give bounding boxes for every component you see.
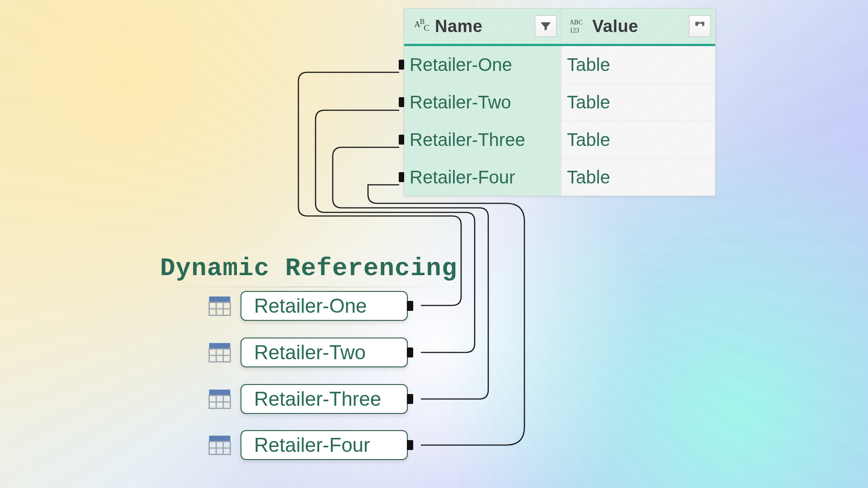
filter-button[interactable]: [535, 15, 557, 37]
row-input-port: [399, 97, 404, 107]
table-icon: [208, 341, 231, 364]
cell-name-text: Retailer-Three: [410, 130, 525, 150]
expand-button[interactable]: [689, 15, 711, 37]
query-label: Retailer-Four: [254, 434, 370, 456]
any-type-icon: ABC 123: [566, 17, 592, 35]
table-row[interactable]: Retailer-Four Table: [404, 159, 715, 196]
column-header-name[interactable]: A B C Name: [404, 9, 561, 44]
cell-name-text: Retailer-One: [410, 55, 512, 75]
svg-text:ABC: ABC: [570, 19, 583, 26]
cell-name: Retailer-Two: [404, 84, 561, 121]
cell-value[interactable]: Table: [561, 159, 715, 196]
table-row[interactable]: Retailer-One Table: [404, 46, 715, 84]
cell-name: Retailer-Four: [404, 159, 561, 196]
query-label: Retailer-One: [254, 295, 367, 317]
table-header-row: A B C Name: [404, 9, 715, 46]
cell-name: Retailer-One: [404, 46, 561, 83]
table-row[interactable]: Retailer-Three Table: [404, 121, 715, 159]
column-header-value[interactable]: ABC 123 Value: [561, 9, 715, 44]
query-pill[interactable]: Retailer-Four: [241, 430, 408, 460]
query-output-port: [407, 301, 413, 311]
cell-value[interactable]: Table: [561, 84, 715, 121]
power-query-table: A B C Name: [404, 8, 716, 196]
svg-rect-17: [209, 389, 231, 395]
column-name-label: Name: [435, 17, 533, 36]
table-icon: [208, 387, 231, 411]
filter-icon: [540, 20, 552, 32]
row-input-port: [399, 60, 404, 70]
cell-name: Retailer-Three: [404, 121, 561, 158]
query-item[interactable]: Retailer-Two: [208, 338, 408, 367]
query-pill[interactable]: Retailer-Three: [241, 384, 408, 414]
expand-icon: [694, 20, 706, 32]
svg-marker-4: [547, 27, 551, 30]
query-output-port: [407, 347, 413, 357]
query-label: Retailer-Three: [254, 388, 381, 410]
table-row[interactable]: Retailer-Two Table: [404, 84, 715, 121]
query-item[interactable]: Retailer-Three: [208, 384, 408, 414]
query-output-port: [407, 394, 413, 404]
query-pill[interactable]: Retailer-One: [241, 291, 408, 321]
query-item[interactable]: Retailer-One: [208, 291, 408, 321]
svg-text:123: 123: [570, 27, 579, 34]
svg-rect-7: [209, 296, 231, 302]
query-label: Retailer-Two: [254, 341, 366, 364]
query-pill[interactable]: Retailer-Two: [241, 338, 408, 367]
svg-text:C: C: [424, 23, 429, 33]
svg-rect-22: [209, 436, 231, 441]
table-body: Retailer-One Table Retailer-Two Table Re…: [404, 46, 715, 196]
cell-name-text: Retailer-Four: [410, 167, 515, 188]
query-item[interactable]: Retailer-Four: [208, 430, 408, 460]
row-input-port: [399, 172, 404, 182]
cell-name-text: Retailer-Two: [410, 92, 511, 113]
row-input-port: [399, 135, 404, 145]
table-icon: [208, 433, 231, 457]
diagram-title: Dynamic Referencing: [157, 253, 460, 284]
svg-rect-12: [209, 343, 231, 349]
cell-value[interactable]: Table: [561, 121, 715, 158]
cell-value[interactable]: Table: [561, 46, 715, 83]
text-type-icon: A B C: [409, 17, 435, 36]
table-icon: [208, 294, 231, 318]
column-value-label: Value: [592, 17, 687, 36]
query-output-port: [407, 440, 413, 450]
